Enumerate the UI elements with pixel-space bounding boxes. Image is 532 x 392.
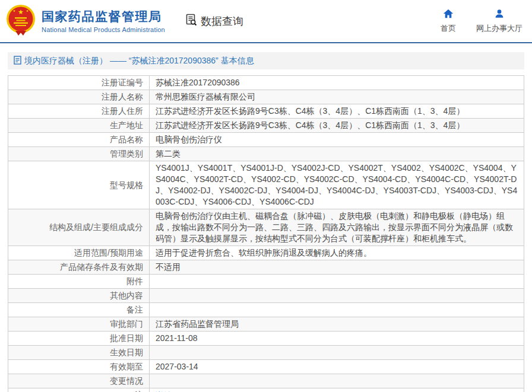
row-value: 2027-03-14 — [150, 360, 524, 374]
row-label: 产品名称 — [8, 133, 150, 147]
table-row: 型号规格YS4001J、YS4001T、YS4001J-D、YS4002J-CD… — [8, 161, 524, 209]
row-label: 变更情况 — [8, 374, 150, 388]
row-label: 注 — [8, 388, 150, 392]
row-label: 审批部门 — [8, 317, 150, 332]
row-label: 备注 — [8, 303, 150, 317]
row-value: 江苏省药品监督管理局 — [150, 317, 524, 332]
row-label: 产品储存条件及有效期 — [8, 260, 150, 275]
table-row: 注册证编号苏械注准20172090386 — [8, 76, 524, 90]
row-value: 苏械注准20172090386 — [150, 76, 524, 90]
nav-service-hall-label: 网上办事大厅 — [476, 23, 522, 34]
row-value — [150, 346, 524, 360]
row-value: YS4001J、YS4001T、YS4001J-D、YS4002J-CD、YS4… — [150, 161, 524, 209]
table-row: 产品储存条件及有效期不适用 — [8, 260, 524, 275]
row-label: 有效期至 — [8, 360, 150, 374]
row-value: 江苏武进经济开发区长扬路9号C3栋、C4栋（3、4层）、C1栋西南面（1、3、4… — [150, 104, 524, 119]
document-icon — [14, 56, 24, 66]
main-content: 境内医疗器械（注册） —— “苏械注准20172090386” 基本信息 注册证… — [8, 52, 524, 392]
table-row: 注详情 — [8, 388, 524, 392]
table-row: 注册人名称常州思雅医疗器械有限公司 — [8, 90, 524, 104]
row-label: 生效日期 — [8, 346, 150, 360]
row-value: 2021-11-08 — [150, 332, 524, 346]
row-value — [150, 289, 524, 303]
national-emblem-icon: ★ ★ ★ — [6, 4, 36, 39]
info-table: 注册证编号苏械注准20172090386注册人名称常州思雅医疗器械有限公司注册人… — [8, 75, 524, 392]
row-value: 电脑骨创伤治疗仪由主机、磁耦合盘（脉冲磁）、皮肤电极（电刺激）和静电极板（静电场… — [150, 209, 524, 246]
data-query-icon — [184, 12, 201, 30]
home-icon — [442, 8, 454, 21]
row-label: 批准日期 — [8, 332, 150, 346]
data-query-label: 数据查询 — [201, 14, 243, 28]
table-row: 备注 — [8, 303, 524, 317]
nav-service-hall[interactable]: 网上办事大厅 — [476, 8, 522, 34]
table-row: 有效期至2027-03-14 — [8, 360, 524, 374]
org-name-en: National Medical Products Administration — [42, 26, 165, 33]
row-label: 型号规格 — [8, 161, 150, 209]
org-name: 国家药品监督管理局 — [42, 9, 165, 24]
row-label: 附件 — [8, 275, 150, 289]
breadcrumb: 境内医疗器械（注册） —— “苏械注准20172090386” 基本信息 — [8, 52, 524, 69]
row-value: 不适用 — [150, 260, 524, 275]
row-label: 适用范围/预期用途 — [8, 246, 150, 260]
nav-home-label: 首页 — [441, 23, 456, 34]
row-value: 江苏武进经济开发区长扬路9号C3栋、C4栋（3、4层）、C1栋西南面（1、3、4… — [150, 119, 524, 133]
table-row: 生效日期 — [8, 346, 524, 360]
table-row: 批准日期2021-11-08 — [8, 332, 524, 346]
row-value — [150, 303, 524, 317]
svg-text:★: ★ — [13, 9, 16, 12]
table-row: 变更情况 — [8, 374, 524, 388]
site-header: ★ ★ ★ 国家药品监督管理局 National Medical Product… — [0, 0, 532, 43]
row-label: 管理类别 — [8, 147, 150, 161]
table-row: 适用范围/预期用途适用于促进骨折愈合、软组织肿胀消退及缓解病人的疼痛。 — [8, 246, 524, 260]
row-value: 第二类 — [150, 147, 524, 161]
table-row: 产品名称电脑骨创伤治疗仪 — [8, 133, 524, 147]
table-row: 附件 — [8, 275, 524, 289]
row-value: 适用于促进骨折愈合、软组织肿胀消退及缓解病人的疼痛。 — [150, 246, 524, 260]
svg-text:★: ★ — [18, 8, 24, 15]
nav-home[interactable]: 首页 — [441, 8, 456, 34]
breadcrumb-text: 境内医疗器械（注册） —— “苏械注准20172090386” 基本信息 — [24, 56, 254, 66]
row-value — [150, 374, 524, 388]
row-value: 详情 — [150, 388, 524, 392]
table-row: 注册人住所江苏武进经济开发区长扬路9号C3栋、C4栋（3、4层）、C1栋西南面（… — [8, 104, 524, 119]
row-label: 生产地址 — [8, 119, 150, 133]
data-query-link[interactable]: 数据查询 — [184, 12, 243, 30]
table-row: 管理类别第二类 — [8, 147, 524, 161]
user-icon — [494, 8, 505, 21]
row-label: 其他内容 — [8, 289, 150, 303]
svg-text:★: ★ — [26, 9, 29, 12]
table-row: 生产地址江苏武进经济开发区长扬路9号C3栋、C4栋（3、4层）、C1栋西南面（1… — [8, 119, 524, 133]
info-table-body: 注册证编号苏械注准20172090386注册人名称常州思雅医疗器械有限公司注册人… — [8, 76, 524, 392]
row-value — [150, 275, 524, 289]
logo-block[interactable]: ★ ★ ★ 国家药品监督管理局 National Medical Product… — [6, 4, 165, 39]
table-row: 审批部门江苏省药品监督管理局 — [8, 317, 524, 332]
row-label: 注册人名称 — [8, 90, 150, 104]
table-row: 结构及组成/主要组成成分电脑骨创伤治疗仪由主机、磁耦合盘（脉冲磁）、皮肤电极（电… — [8, 209, 524, 246]
row-value: 常州思雅医疗器械有限公司 — [150, 90, 524, 104]
row-value: 电脑骨创伤治疗仪 — [150, 133, 524, 147]
row-label: 结构及组成/主要组成成分 — [8, 209, 150, 246]
top-nav: 首页 网上办事大厅 — [441, 8, 522, 34]
table-row: 其他内容 — [8, 289, 524, 303]
row-label: 注册证编号 — [8, 76, 150, 90]
row-label: 注册人住所 — [8, 104, 150, 119]
